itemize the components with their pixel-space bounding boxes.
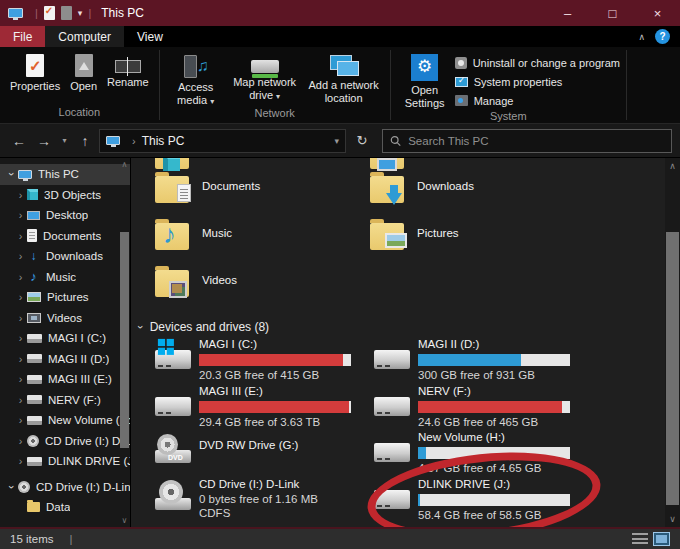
folder-tile-partial[interactable] bbox=[155, 158, 360, 169]
scroll-up-icon[interactable]: ∧ bbox=[665, 161, 680, 171]
address-dropdown-caret-icon[interactable]: ▾ bbox=[334, 136, 339, 146]
scrollbar-thumb[interactable] bbox=[666, 232, 679, 505]
sidebar-item-this-pc[interactable]: › This PC bbox=[0, 164, 130, 185]
rename-button[interactable]: Rename bbox=[103, 50, 153, 89]
drive-tile-dvd-rw-g[interactable]: DVD DVD RW Drive (G:) bbox=[155, 431, 367, 463]
tab-view[interactable]: View bbox=[124, 26, 176, 47]
sidebar-item-label: Desktop bbox=[46, 209, 88, 221]
manage-button[interactable]: Manage bbox=[455, 92, 620, 109]
drive-tile-magi-ii-d[interactable]: MAGI II (D:) 300 GB free of 931 GB bbox=[374, 338, 586, 381]
folder-tile-documents[interactable]: Documents bbox=[155, 176, 360, 203]
drive-caption: 300 GB free of 931 GB bbox=[418, 369, 570, 381]
collapse-ribbon-icon[interactable]: ∧ bbox=[638, 32, 645, 42]
drive-name: MAGI III (E:) bbox=[199, 385, 351, 400]
drive-tile-new-volume-h[interactable]: New Volume (H:) 4.57 GB free of 4.65 GB bbox=[374, 431, 586, 474]
sidebar-item-documents[interactable]: › Documents bbox=[0, 226, 130, 247]
uninstall-program-button[interactable]: Uninstall or change a program bbox=[455, 54, 620, 71]
folder-tile-videos[interactable]: Videos bbox=[155, 270, 360, 297]
search-input[interactable] bbox=[408, 135, 664, 147]
new-folder-quick-icon[interactable] bbox=[61, 6, 72, 20]
tab-file[interactable]: File bbox=[0, 26, 45, 47]
sidebar-item-nerv-f[interactable]: › NERV (F:) bbox=[0, 390, 130, 411]
scroll-down-icon[interactable]: ∨ bbox=[119, 516, 130, 525]
minimize-button[interactable]: – bbox=[545, 0, 590, 26]
scroll-down-icon[interactable]: ∨ bbox=[665, 514, 680, 524]
help-icon[interactable]: ? bbox=[655, 29, 670, 44]
rename-icon bbox=[115, 60, 141, 73]
breadcrumb-chevron-icon[interactable]: › bbox=[132, 135, 136, 147]
chevron-collapsed-icon[interactable]: › bbox=[14, 414, 27, 426]
properties-quick-icon[interactable] bbox=[44, 6, 55, 20]
item-count: 15 items bbox=[10, 533, 53, 545]
sidebar-item-pictures[interactable]: › Pictures bbox=[0, 287, 130, 308]
chevron-collapsed-icon[interactable]: › bbox=[14, 455, 27, 467]
chevron-collapsed-icon[interactable]: › bbox=[14, 291, 27, 303]
chevron-expanded-icon[interactable]: › bbox=[6, 480, 18, 493]
large-icons-view-icon[interactable] bbox=[653, 532, 670, 546]
sidebar-item-dlink-drive-j[interactable]: › DLINK DRIVE (J:) bbox=[0, 451, 130, 472]
chevron-collapsed-icon[interactable]: › bbox=[14, 189, 27, 201]
customize-quick-access-caret-icon[interactable]: ▾ bbox=[78, 8, 83, 18]
drive-tile-magi-i-c[interactable]: MAGI I (C:) 20.3 GB free of 415 GB bbox=[155, 338, 367, 381]
tab-computer[interactable]: Computer bbox=[45, 26, 124, 47]
maximize-button[interactable]: □ bbox=[590, 0, 635, 26]
chevron-collapsed-icon[interactable]: › bbox=[14, 209, 27, 221]
sidebar-item-magi-i-c[interactable]: › MAGI I (C:) bbox=[0, 328, 130, 349]
details-view-icon[interactable] bbox=[632, 533, 648, 545]
address-bar[interactable]: › This PC ▾ bbox=[99, 129, 346, 153]
open-button[interactable]: Open bbox=[66, 50, 101, 93]
drive-tile-magi-iii-e[interactable]: MAGI III (E:) 29.4 GB free of 3.63 TB bbox=[155, 385, 367, 428]
map-network-drive-button[interactable]: Map network drive ▾ bbox=[228, 50, 302, 102]
chevron-collapsed-icon[interactable]: › bbox=[14, 271, 27, 283]
sidebar-item-new-volume-h[interactable]: › New Volume (H: bbox=[0, 410, 130, 431]
properties-button[interactable]: Properties bbox=[6, 50, 64, 93]
chevron-collapsed-icon[interactable]: › bbox=[14, 312, 27, 324]
system-properties-button[interactable]: System properties bbox=[455, 73, 620, 90]
open-settings-button[interactable]: ⚙ Open Settings bbox=[397, 50, 453, 110]
folder-tile-pictures[interactable]: Pictures bbox=[370, 223, 575, 250]
folder-tile-partial[interactable] bbox=[370, 158, 575, 169]
sidebar-item-downloads[interactable]: › Downloads bbox=[0, 246, 130, 267]
search-box[interactable] bbox=[382, 129, 672, 153]
forward-icon[interactable]: → bbox=[33, 133, 55, 149]
recent-locations-caret-icon[interactable]: ▾ bbox=[58, 136, 71, 145]
up-icon[interactable]: ↑ bbox=[74, 133, 96, 149]
sidebar-item-music[interactable]: › Music bbox=[0, 267, 130, 288]
sidebar-item-3d-objects[interactable]: › 3D Objects bbox=[0, 185, 130, 206]
sidebar-item-cd-drive-root[interactable]: › CD Drive (I:) D-Lin bbox=[0, 477, 130, 498]
drive-tile-dlink-drive-j[interactable]: DLINK DRIVE (J:) 58.4 GB free of 58.5 GB bbox=[374, 478, 586, 521]
chevron-expanded-icon[interactable]: › bbox=[135, 325, 147, 329]
chevron-collapsed-icon[interactable]: › bbox=[14, 394, 27, 406]
sidebar-item-magi-iii-e[interactable]: › MAGI III (E:) bbox=[0, 369, 130, 390]
chevron-collapsed-icon[interactable]: › bbox=[14, 332, 27, 344]
drive-tile-nerv-f[interactable]: NERV (F:) 24.6 GB free of 465 GB bbox=[374, 385, 586, 428]
sidebar-item-magi-ii-d[interactable]: › MAGI II (D:) bbox=[0, 349, 130, 370]
add-network-location-button[interactable]: Add a network location bbox=[304, 50, 384, 105]
scroll-up-icon[interactable]: ∧ bbox=[119, 160, 130, 169]
chevron-collapsed-icon[interactable]: › bbox=[14, 250, 27, 262]
scrollbar-thumb[interactable] bbox=[120, 232, 129, 448]
main-scrollbar[interactable]: ∧ ∨ bbox=[665, 158, 680, 527]
drive-tile-cd-drive-i[interactable]: CD Drive (I:) D-Link 0 bytes free of 1.1… bbox=[155, 478, 367, 519]
chevron-collapsed-icon[interactable]: › bbox=[14, 435, 27, 447]
chevron-expanded-icon[interactable]: › bbox=[6, 168, 18, 181]
sidebar-item-data[interactable]: Data bbox=[0, 497, 130, 518]
chevron-collapsed-icon[interactable]: › bbox=[14, 353, 27, 365]
section-header-devices-and-drives[interactable]: › Devices and drives (8) bbox=[139, 320, 269, 334]
folder-tile-downloads[interactable]: Downloads bbox=[370, 176, 575, 203]
access-media-icon bbox=[183, 54, 209, 78]
sidebar-item-label: Data bbox=[46, 501, 70, 513]
breadcrumb[interactable]: This PC bbox=[142, 134, 185, 148]
sidebar-item-desktop[interactable]: › Desktop bbox=[0, 205, 130, 226]
chevron-collapsed-icon[interactable]: › bbox=[14, 373, 27, 385]
drive-name: DVD RW Drive (G:) bbox=[199, 439, 298, 454]
chevron-collapsed-icon[interactable]: › bbox=[14, 230, 27, 242]
access-media-button[interactable]: Access media ▾ bbox=[166, 50, 226, 107]
close-button[interactable]: × bbox=[635, 0, 680, 26]
sidebar-scrollbar[interactable]: ∧ ∨ bbox=[119, 158, 130, 527]
folder-tile-music[interactable]: Music bbox=[155, 223, 360, 250]
sidebar-item-videos[interactable]: › Videos bbox=[0, 308, 130, 329]
refresh-icon[interactable]: ↻ bbox=[349, 133, 375, 148]
sidebar-item-cd-drive-i[interactable]: › CD Drive (I:) D-L bbox=[0, 431, 130, 452]
back-icon[interactable]: ← bbox=[8, 133, 30, 149]
